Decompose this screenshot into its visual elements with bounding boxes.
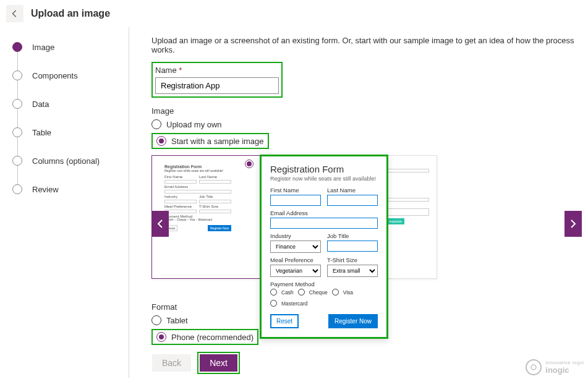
wizard-steps: Image Components Data Table Columns (opt… [0,27,129,378]
radio-visa[interactable]: Visa [332,289,353,296]
step-label: Data [32,100,49,109]
input-email[interactable] [270,218,378,229]
form-subtitle: Register now while seats are still avail… [270,176,378,182]
radio-icon [332,289,339,296]
highlight-next-btn: Next [197,352,240,374]
register-now-button[interactable]: Register Now [328,314,378,328]
form-title: Registration Form [270,164,378,174]
step-label: Columns (optional) [32,156,100,166]
card-register-btn: Register Now [208,225,231,231]
chevron-right-icon [570,219,576,228]
watermark-logo: innovative logic inogic [526,359,584,375]
card-radio-icon [245,160,254,168]
radio-sample-image[interactable]: Start with a sample image [156,136,264,146]
intro-text: Upload an image or a screenshot of an ex… [151,36,588,54]
label-payment: Payment Method [270,281,378,287]
radio-label: Phone (recommended) [171,333,254,342]
step-table[interactable]: Table [12,127,129,137]
radio-mastercard[interactable]: Mastercard [270,300,308,307]
step-dot-icon [12,156,22,166]
input-job-title[interactable] [327,241,378,252]
step-dot-icon [12,127,22,137]
carousel-next-button[interactable] [565,211,582,237]
step-dot-icon [12,184,22,194]
radio-icon [270,300,277,307]
image-section-label: Image [151,106,588,116]
svg-point-0 [531,365,536,370]
step-data[interactable]: Data [12,99,129,109]
next-button[interactable]: Next [200,354,237,372]
radio-upload-own[interactable]: Upload my own [151,119,588,129]
radio-icon [270,289,277,296]
highlight-name-field: Name * [151,62,283,98]
label-industry: Industry [270,232,321,239]
radio-icon [156,136,166,146]
label-tshirt: T-Shirt Size [327,257,378,263]
radio-cash[interactable]: Cash [270,289,294,296]
label-first-name: First Name [270,187,321,194]
label-email: Email Address [270,210,378,216]
select-industry[interactable]: Finance [270,241,321,253]
step-image[interactable]: Image [12,42,129,52]
reset-button[interactable]: Reset [270,314,299,328]
highlight-phone-option: Phone (recommended) [151,329,258,345]
back-icon-button[interactable] [6,5,23,22]
step-columns[interactable]: Columns (optional) [12,156,129,166]
page-title: Upload an image [31,8,110,19]
radio-icon [156,332,166,342]
radio-icon [151,315,161,325]
step-dot-icon [12,70,22,80]
step-components[interactable]: Components [12,70,129,80]
watermark-tag: innovative logic [545,360,584,365]
select-tshirt[interactable]: Extra small [327,265,378,277]
label-last-name: Last Name [327,187,378,194]
radio-label: Start with a sample image [171,137,264,146]
name-label: Name * [155,66,279,75]
radio-icon [151,119,161,129]
step-label: Table [32,128,51,137]
step-label: Image [32,43,54,52]
card-title: Registration Form [164,164,231,169]
step-label: Components [32,71,78,80]
label-meal: Meal Preference [270,257,321,263]
chevron-left-icon [157,219,163,228]
required-asterisk: * [179,66,182,75]
name-input[interactable] [155,77,279,94]
highlight-sample-option: Start with a sample image [151,133,269,149]
arrow-left-icon [11,9,19,18]
step-label: Review [32,185,59,194]
step-review[interactable]: Review [12,184,129,194]
select-meal[interactable]: Vegetarian [270,265,321,277]
radio-cheque[interactable]: Cheque [298,289,328,296]
radio-label: Tablet [166,316,188,325]
step-dot-icon [12,99,22,109]
label-job-title: Job Title [327,232,378,239]
input-first-name[interactable] [270,195,321,206]
registration-form-preview: Registration Form Register now while sea… [260,155,388,339]
watermark-icon [526,359,542,375]
radio-icon [298,289,305,296]
step-dot-icon [12,42,22,52]
back-button[interactable]: Back [152,354,191,372]
carousel-prev-button[interactable] [151,211,169,237]
radio-label: Upload my own [166,120,222,129]
input-last-name[interactable] [327,195,378,206]
card-subtitle: Register now while seats are still avail… [164,169,231,172]
watermark-brand: inogic [545,365,584,375]
radio-phone[interactable]: Phone (recommended) [156,332,254,342]
